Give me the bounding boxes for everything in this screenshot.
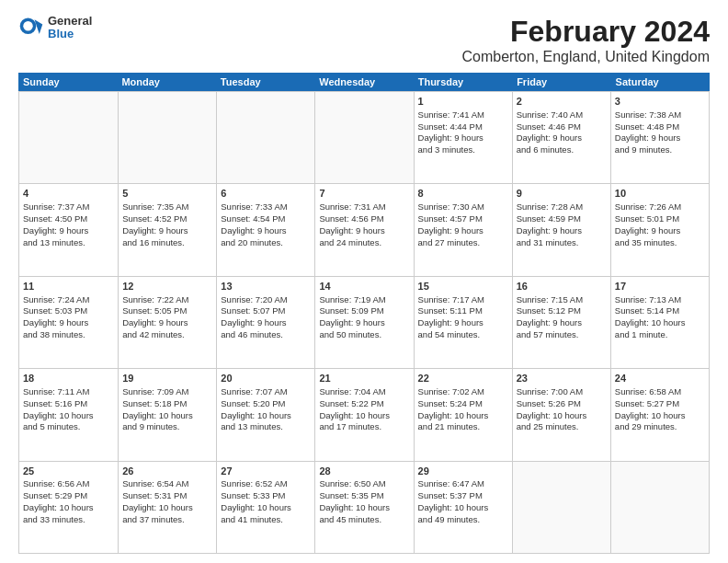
day-info: Daylight: 9 hours: [122, 317, 212, 329]
day-info: Daylight: 9 hours: [221, 317, 311, 329]
day-info: Daylight: 9 hours: [319, 317, 409, 329]
calendar-cell: 5Sunrise: 7:35 AMSunset: 4:52 PMDaylight…: [118, 184, 216, 275]
day-info: Sunset: 5:07 PM: [221, 305, 311, 317]
calendar-cell: 2Sunrise: 7:40 AMSunset: 4:46 PMDaylight…: [512, 92, 610, 183]
day-info: Sunset: 4:59 PM: [517, 213, 607, 225]
day-info: Daylight: 10 hours: [122, 410, 212, 422]
day-info: and 17 minutes.: [319, 421, 409, 433]
page: General Blue February 2024 Comberton, En…: [0, 0, 728, 563]
day-number: 25: [23, 465, 114, 478]
day-info: Daylight: 9 hours: [122, 225, 212, 237]
day-info: Daylight: 10 hours: [23, 410, 114, 422]
calendar-row: 25Sunrise: 6:56 AMSunset: 5:29 PMDayligh…: [19, 461, 709, 553]
cal-header-day: Saturday: [611, 73, 710, 91]
calendar-cell: [19, 92, 118, 183]
day-info: Daylight: 10 hours: [319, 410, 409, 422]
calendar-cell: 24Sunrise: 6:58 AMSunset: 5:27 PMDayligh…: [610, 369, 709, 460]
day-info: and 46 minutes.: [221, 329, 311, 341]
day-info: and 41 minutes.: [221, 514, 311, 526]
day-info: Sunrise: 7:00 AM: [517, 386, 607, 398]
day-number: 3: [615, 95, 705, 109]
day-info: and 42 minutes.: [122, 329, 212, 341]
day-info: Sunrise: 7:33 AM: [221, 201, 311, 213]
calendar-row: 4Sunrise: 7:37 AMSunset: 4:50 PMDaylight…: [19, 183, 709, 275]
day-info: Sunrise: 7:31 AM: [319, 201, 409, 213]
day-number: 11: [23, 280, 114, 293]
calendar-cell: 29Sunrise: 6:47 AMSunset: 5:37 PMDayligh…: [414, 462, 512, 553]
day-info: Daylight: 10 hours: [517, 410, 607, 422]
calendar-cell: 4Sunrise: 7:37 AMSunset: 4:50 PMDaylight…: [19, 184, 118, 275]
calendar-cell: [512, 462, 610, 553]
calendar-cell: 9Sunrise: 7:28 AMSunset: 4:59 PMDaylight…: [512, 184, 610, 275]
day-info: and 13 minutes.: [221, 421, 311, 433]
day-info: Sunset: 5:18 PM: [122, 398, 212, 410]
day-number: 15: [418, 280, 508, 293]
day-info: Sunset: 5:01 PM: [615, 213, 705, 225]
day-info: and 29 minutes.: [615, 421, 705, 433]
cal-header-day: Tuesday: [216, 73, 314, 91]
day-info: Sunset: 5:24 PM: [418, 398, 508, 410]
day-number: 24: [615, 372, 705, 385]
day-info: and 45 minutes.: [319, 514, 409, 526]
calendar-cell: 15Sunrise: 7:17 AMSunset: 5:11 PMDayligh…: [414, 277, 512, 368]
day-info: Sunrise: 7:04 AM: [319, 386, 409, 398]
calendar-cell: 12Sunrise: 7:22 AMSunset: 5:05 PMDayligh…: [118, 277, 216, 368]
day-number: 18: [23, 372, 114, 385]
day-info: Sunrise: 6:56 AM: [23, 478, 114, 490]
day-number: 26: [122, 465, 212, 478]
day-info: and 54 minutes.: [418, 329, 508, 341]
day-info: Sunset: 4:46 PM: [517, 121, 607, 133]
day-info: Daylight: 9 hours: [23, 317, 114, 329]
day-info: Sunset: 4:56 PM: [319, 213, 409, 225]
calendar-cell: 13Sunrise: 7:20 AMSunset: 5:07 PMDayligh…: [216, 277, 314, 368]
day-info: Daylight: 10 hours: [122, 502, 212, 514]
day-info: and 31 minutes.: [517, 237, 607, 249]
calendar-cell: 16Sunrise: 7:15 AMSunset: 5:12 PMDayligh…: [512, 277, 610, 368]
day-info: and 20 minutes.: [221, 237, 311, 249]
title-block: February 2024 Comberton, England, United…: [462, 15, 711, 65]
svg-point-1: [23, 21, 33, 31]
day-number: 28: [319, 465, 409, 478]
calendar-row: 1Sunrise: 7:41 AMSunset: 4:44 PMDaylight…: [19, 91, 709, 183]
day-info: Sunrise: 7:24 AM: [23, 294, 114, 306]
day-info: and 21 minutes.: [418, 421, 508, 433]
day-number: 8: [418, 187, 508, 201]
day-info: Sunrise: 7:19 AM: [319, 294, 409, 306]
day-number: 17: [615, 280, 705, 293]
day-info: Sunrise: 6:54 AM: [122, 478, 212, 490]
calendar-cell: 6Sunrise: 7:33 AMSunset: 4:54 PMDaylight…: [216, 184, 314, 275]
day-info: Sunrise: 7:22 AM: [122, 294, 212, 306]
day-info: Sunset: 5:26 PM: [517, 398, 607, 410]
day-info: Sunset: 5:35 PM: [319, 490, 409, 502]
day-info: Daylight: 10 hours: [319, 502, 409, 514]
day-info: Sunset: 4:57 PM: [418, 213, 508, 225]
day-info: Sunset: 5:37 PM: [418, 490, 508, 502]
logo-text: General Blue: [48, 15, 92, 41]
calendar-cell: 3Sunrise: 7:38 AMSunset: 4:48 PMDaylight…: [610, 92, 709, 183]
day-number: 16: [517, 280, 607, 293]
day-info: Daylight: 10 hours: [615, 410, 705, 422]
day-number: 1: [418, 95, 508, 109]
day-info: and 9 minutes.: [615, 144, 705, 156]
calendar-cell: [314, 92, 413, 183]
day-info: and 57 minutes.: [517, 329, 607, 341]
day-number: 2: [517, 95, 607, 109]
day-info: Sunrise: 7:17 AM: [418, 294, 508, 306]
day-number: 14: [319, 280, 409, 293]
calendar-cell: 14Sunrise: 7:19 AMSunset: 5:09 PMDayligh…: [314, 277, 413, 368]
calendar-cell: 27Sunrise: 6:52 AMSunset: 5:33 PMDayligh…: [216, 462, 314, 553]
day-info: Sunrise: 7:41 AM: [418, 109, 508, 121]
calendar-cell: 19Sunrise: 7:09 AMSunset: 5:18 PMDayligh…: [118, 369, 216, 460]
day-info: and 13 minutes.: [23, 237, 114, 249]
day-info: and 16 minutes.: [122, 237, 212, 249]
logo: General Blue: [18, 15, 92, 41]
day-info: Daylight: 9 hours: [517, 317, 607, 329]
day-number: 9: [517, 187, 607, 201]
day-info: Daylight: 9 hours: [418, 132, 508, 144]
day-info: Sunset: 5:29 PM: [23, 490, 114, 502]
day-info: Sunset: 5:20 PM: [221, 398, 311, 410]
day-info: and 3 minutes.: [418, 144, 508, 156]
calendar-cell: 1Sunrise: 7:41 AMSunset: 4:44 PMDaylight…: [414, 92, 512, 183]
calendar-cell: [118, 92, 216, 183]
day-number: 21: [319, 372, 409, 385]
